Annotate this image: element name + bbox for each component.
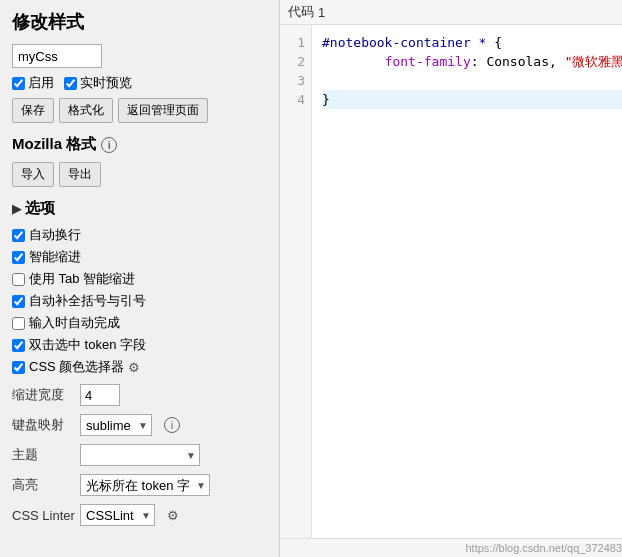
option-item-opt3: 使用 Tab 智能缩进 — [12, 270, 267, 288]
left-panel: 修改样式 启用 实时预览 保存 格式化 返回管理页面 Mozilla 格式 i … — [0, 0, 280, 557]
option-label-opt2[interactable]: 智能缩进 — [29, 248, 81, 266]
editor-tab-label[interactable]: 代码 — [288, 3, 314, 21]
return-button[interactable]: 返回管理页面 — [118, 98, 208, 123]
option-label-opt7[interactable]: CSS 颜色选择器 — [29, 358, 124, 376]
keyboard-row: 键盘映射 sublime vim emacs 默认 ▼ i — [12, 414, 267, 436]
editor-footer: https://blog.csdn.net/qq_37248320 — [280, 538, 622, 557]
option-checkbox-opt1[interactable] — [12, 229, 25, 242]
option-label-opt5[interactable]: 输入时自动完成 — [29, 314, 120, 332]
options-section-title: ▶ 选项 — [12, 199, 267, 218]
theme-label: 主题 — [12, 446, 72, 464]
linter-gear-icon[interactable]: ⚙ — [167, 508, 179, 523]
enable-realtime-row: 启用 实时预览 — [12, 74, 267, 92]
info-icon[interactable]: i — [101, 137, 117, 153]
format-button[interactable]: 格式化 — [59, 98, 113, 123]
option-checkbox-opt6[interactable] — [12, 339, 25, 352]
arrow-icon: ▶ — [12, 202, 21, 216]
linter-label: CSS Linter — [12, 508, 72, 523]
option-label-opt6[interactable]: 双击选中 token 字段 — [29, 336, 146, 354]
keyboard-select[interactable]: sublime vim emacs 默认 — [80, 414, 152, 436]
option-item-opt7: CSS 颜色选择器 ⚙ — [12, 358, 267, 376]
option-item-opt2: 智能缩进 — [12, 248, 267, 266]
theme-select[interactable] — [80, 444, 200, 466]
option-item-opt6: 双击选中 token 字段 — [12, 336, 267, 354]
realtime-checkbox-label[interactable]: 实时预览 — [64, 74, 132, 92]
indent-input[interactable] — [80, 384, 120, 406]
editor-header: 代码 1 — [280, 0, 622, 25]
option-label-opt3[interactable]: 使用 Tab 智能缩进 — [29, 270, 135, 288]
import-export-buttons: 导入 导出 — [12, 162, 267, 187]
option-label-opt1[interactable]: 自动换行 — [29, 226, 81, 244]
editor-tab-number: 1 — [318, 5, 325, 20]
export-button[interactable]: 导出 — [59, 162, 101, 187]
option-checkbox-opt4[interactable] — [12, 295, 25, 308]
page-title: 修改样式 — [12, 10, 267, 34]
code-line-3 — [322, 71, 622, 90]
theme-row: 主题 ▼ — [12, 444, 267, 466]
linter-select[interactable]: CSSLint 无 — [80, 504, 155, 526]
code-content[interactable]: #notebook-container * { font-family: Con… — [312, 25, 622, 538]
option-checkbox-opt2[interactable] — [12, 251, 25, 264]
option-checkbox-opt5[interactable] — [12, 317, 25, 330]
indent-row: 缩进宽度 — [12, 384, 267, 406]
option-checkbox-opt7[interactable] — [12, 361, 25, 374]
right-panel: 代码 1 1 2 3 4 #notebook-container * { fon… — [280, 0, 622, 557]
code-line-1: #notebook-container * { — [322, 33, 622, 52]
enable-checkbox-label[interactable]: 启用 — [12, 74, 54, 92]
keyboard-info-icon[interactable]: i — [164, 417, 180, 433]
footer-text: https://blog.csdn.net/qq_37248320 — [466, 542, 623, 554]
highlight-select[interactable]: 光标所在 token 字段 无 行 — [80, 474, 210, 496]
option-item-opt1: 自动换行 — [12, 226, 267, 244]
option-item-opt5: 输入时自动完成 — [12, 314, 267, 332]
theme-select-wrap: ▼ — [80, 444, 200, 466]
linter-select-wrap: CSSLint 无 ▼ — [80, 504, 155, 526]
option-checkbox-opt3[interactable] — [12, 273, 25, 286]
code-line-2: font-family: Consolas, "微软雅黑" — [322, 52, 622, 71]
linter-row: CSS Linter CSSLint 无 ▼ ⚙ — [12, 504, 267, 526]
code-line-4: } — [322, 90, 622, 109]
editor-body: 1 2 3 4 #notebook-container * { font-fam… — [280, 25, 622, 538]
realtime-checkbox[interactable] — [64, 77, 77, 90]
highlight-label: 高亮 — [12, 476, 72, 494]
indent-label: 缩进宽度 — [12, 386, 72, 404]
option-item-opt4: 自动补全括号与引号 — [12, 292, 267, 310]
save-button[interactable]: 保存 — [12, 98, 54, 123]
css-name-input[interactable] — [12, 44, 102, 68]
css-color-gear-icon[interactable]: ⚙ — [128, 360, 140, 375]
line-numbers: 1 2 3 4 — [280, 25, 312, 538]
mozilla-section-title: Mozilla 格式 i — [12, 135, 267, 154]
action-buttons: 保存 格式化 返回管理页面 — [12, 98, 267, 123]
highlight-row: 高亮 光标所在 token 字段 无 行 ▼ — [12, 474, 267, 496]
import-button[interactable]: 导入 — [12, 162, 54, 187]
keyboard-label: 键盘映射 — [12, 416, 72, 434]
enable-checkbox[interactable] — [12, 77, 25, 90]
options-list: 自动换行智能缩进使用 Tab 智能缩进自动补全括号与引号输入时自动完成双击选中 … — [12, 226, 267, 376]
option-label-opt4[interactable]: 自动补全括号与引号 — [29, 292, 146, 310]
keyboard-select-wrap: sublime vim emacs 默认 ▼ — [80, 414, 152, 436]
highlight-select-wrap: 光标所在 token 字段 无 行 ▼ — [80, 474, 210, 496]
